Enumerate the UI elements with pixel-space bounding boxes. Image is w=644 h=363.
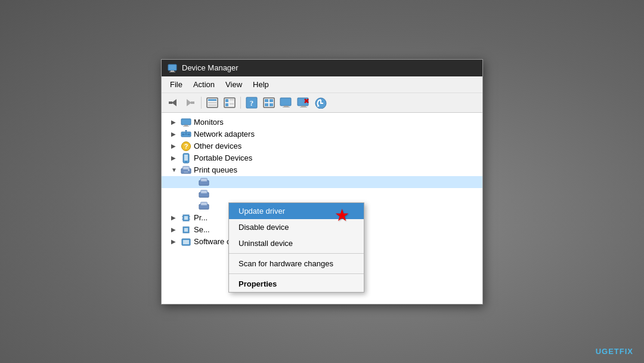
view-list-button[interactable] [222, 96, 237, 110]
svg-rect-1 [171, 70, 174, 72]
svg-rect-19 [265, 99, 268, 102]
monitors-label: Monitors [194, 118, 224, 127]
svg-rect-34 [184, 125, 188, 126]
printer-sub-icon-3 [199, 201, 209, 211]
svg-rect-6 [191, 101, 194, 104]
view-toggle-button[interactable] [261, 96, 277, 110]
svg-rect-43 [184, 155, 188, 161]
chevron-icon: ▶ [171, 155, 178, 161]
svg-rect-28 [300, 107, 307, 107]
tree-item-other-devices[interactable]: ▶ ? Other devices [162, 140, 482, 152]
other-devices-label: Other devices [194, 141, 242, 150]
tree-item-portable[interactable]: ▶ Portable Devices [162, 152, 482, 164]
title-bar: Device Manager [162, 60, 482, 76]
svg-rect-15 [230, 103, 234, 104]
help-button[interactable]: ? [244, 96, 259, 110]
context-menu-separator-2 [229, 273, 364, 274]
chevron-icon: ▶ [171, 226, 178, 233]
chevron-down-icon: ▼ [171, 167, 178, 173]
svg-rect-47 [184, 171, 188, 172]
svg-rect-50 [201, 178, 208, 181]
svg-marker-5 [187, 99, 191, 106]
menu-view[interactable]: View [221, 78, 247, 91]
menu-help[interactable]: Help [248, 78, 274, 91]
portable-label: Portable Devices [194, 153, 252, 162]
processor-icon [181, 213, 191, 223]
ctx-properties[interactable]: Properties [229, 276, 364, 292]
chevron-icon: ▶ [171, 131, 178, 137]
svg-rect-4 [169, 101, 172, 104]
svg-rect-2 [169, 72, 175, 72]
ctx-disable-device[interactable]: Disable device [229, 219, 364, 235]
pr-label: Pr... [194, 213, 208, 222]
ctx-update-driver[interactable]: Update driver [229, 203, 364, 219]
svg-rect-9 [208, 102, 216, 103]
svg-rect-35 [183, 126, 189, 127]
svg-point-37 [185, 130, 187, 132]
se-label: Se... [194, 225, 210, 234]
svg-rect-14 [225, 103, 228, 106]
back-button[interactable] [165, 96, 181, 110]
context-menu: Update driver Disable device Uninstall d… [228, 202, 364, 293]
svg-text:?: ? [250, 99, 254, 107]
menu-file[interactable]: File [165, 78, 187, 91]
svg-rect-62 [184, 228, 188, 232]
other-devices-icon: ? [181, 141, 191, 151]
svg-rect-52 [201, 190, 208, 193]
tree-sub-item-1[interactable]: ▶ [162, 176, 482, 188]
printer-sub-icon-1 [199, 177, 209, 187]
svg-rect-21 [265, 103, 268, 106]
svg-rect-27 [301, 106, 306, 107]
svg-rect-10 [208, 104, 216, 106]
svg-marker-3 [172, 99, 177, 106]
svg-point-48 [188, 169, 190, 171]
svg-rect-24 [284, 106, 289, 107]
svg-rect-56 [184, 216, 188, 220]
tree-sub-item-2[interactable]: ▶ [162, 188, 482, 200]
toolbar: ? [162, 93, 482, 113]
tree-item-print-queues[interactable]: ▼ Print queues [162, 164, 482, 176]
watermark: UGETFIX [596, 347, 633, 356]
portable-icon [181, 153, 191, 163]
tree-item-monitors[interactable]: ▶ Monitors [162, 116, 482, 128]
device-manager-window: Device Manager File Action View Help [161, 59, 483, 304]
chevron-icon: ▶ [171, 119, 178, 125]
svg-rect-0 [168, 64, 177, 70]
menu-bar: File Action View Help [162, 76, 482, 93]
monitor-icon [181, 118, 191, 127]
network-icon [181, 130, 191, 139]
network-label: Network adapters [194, 130, 255, 139]
svg-rect-22 [270, 103, 273, 106]
toolbar-separator-2 [240, 97, 241, 109]
chevron-icon: ▶ [171, 238, 178, 245]
svg-rect-64 [183, 240, 189, 244]
svg-rect-20 [270, 99, 273, 102]
toolbar-separator-1 [201, 97, 202, 109]
software-icon [181, 237, 191, 247]
content-area: ▶ Monitors ▶ [162, 113, 482, 304]
forward-button[interactable] [182, 96, 198, 110]
title-bar-icon [168, 63, 177, 73]
view-details-button[interactable] [205, 96, 220, 110]
ctx-scan-hardware[interactable]: Scan for hardware changes [229, 256, 364, 272]
chevron-icon: ▶ [171, 143, 178, 149]
menu-action[interactable]: Action [188, 78, 219, 91]
context-menu-separator-1 [229, 253, 364, 254]
svg-rect-54 [201, 202, 208, 205]
printer-sub-icon-2 [199, 189, 209, 199]
tree-item-network[interactable]: ▶ Network adapters [162, 128, 482, 140]
svg-rect-46 [183, 166, 190, 169]
svg-rect-12 [225, 99, 228, 102]
svg-rect-13 [230, 99, 234, 100]
remove-button[interactable] [296, 96, 311, 110]
chevron-icon: ▶ [171, 214, 178, 221]
display-button[interactable] [278, 96, 294, 110]
window-title: Device Manager [182, 63, 239, 72]
svg-rect-33 [181, 119, 191, 125]
update-button[interactable] [313, 96, 329, 110]
security-icon [181, 225, 191, 235]
svg-rect-25 [283, 107, 290, 107]
print-queues-icon [181, 165, 191, 175]
print-queues-label: Print queues [194, 165, 237, 174]
ctx-uninstall-device[interactable]: Uninstall device [229, 235, 364, 251]
